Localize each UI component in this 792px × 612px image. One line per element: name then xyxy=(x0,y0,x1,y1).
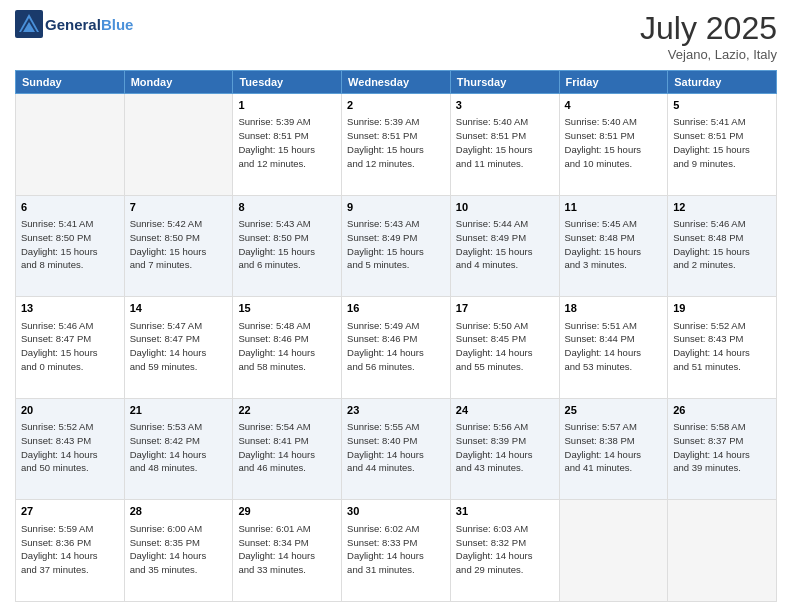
cell-date: 16 xyxy=(347,301,445,316)
cell-content: Sunrise: 5:49 AM Sunset: 8:46 PM Dayligh… xyxy=(347,319,445,374)
table-row: 3Sunrise: 5:40 AM Sunset: 8:51 PM Daylig… xyxy=(450,94,559,196)
cell-content: Sunrise: 5:41 AM Sunset: 8:51 PM Dayligh… xyxy=(673,115,771,170)
cell-date: 13 xyxy=(21,301,119,316)
cell-date: 25 xyxy=(565,403,663,418)
cell-content: Sunrise: 5:40 AM Sunset: 8:51 PM Dayligh… xyxy=(456,115,554,170)
table-row: 20Sunrise: 5:52 AM Sunset: 8:43 PM Dayli… xyxy=(16,398,125,500)
table-row: 30Sunrise: 6:02 AM Sunset: 8:33 PM Dayli… xyxy=(342,500,451,602)
table-row: 5Sunrise: 5:41 AM Sunset: 8:51 PM Daylig… xyxy=(668,94,777,196)
cell-date: 10 xyxy=(456,200,554,215)
calendar-row-4: 20Sunrise: 5:52 AM Sunset: 8:43 PM Dayli… xyxy=(16,398,777,500)
cell-date: 31 xyxy=(456,504,554,519)
table-row: 21Sunrise: 5:53 AM Sunset: 8:42 PM Dayli… xyxy=(124,398,233,500)
cell-date: 26 xyxy=(673,403,771,418)
cell-content: Sunrise: 5:52 AM Sunset: 8:43 PM Dayligh… xyxy=(673,319,771,374)
cell-date: 29 xyxy=(238,504,336,519)
table-row: 6Sunrise: 5:41 AM Sunset: 8:50 PM Daylig… xyxy=(16,195,125,297)
cell-content: Sunrise: 5:53 AM Sunset: 8:42 PM Dayligh… xyxy=(130,420,228,475)
table-row xyxy=(668,500,777,602)
cell-date: 4 xyxy=(565,98,663,113)
table-row: 9Sunrise: 5:43 AM Sunset: 8:49 PM Daylig… xyxy=(342,195,451,297)
cell-date: 27 xyxy=(21,504,119,519)
table-row xyxy=(124,94,233,196)
title-block: July 2025 Vejano, Lazio, Italy xyxy=(640,10,777,62)
table-row: 19Sunrise: 5:52 AM Sunset: 8:43 PM Dayli… xyxy=(668,297,777,399)
cell-date: 11 xyxy=(565,200,663,215)
cell-content: Sunrise: 5:45 AM Sunset: 8:48 PM Dayligh… xyxy=(565,217,663,272)
cell-date: 28 xyxy=(130,504,228,519)
cell-date: 5 xyxy=(673,98,771,113)
table-row: 29Sunrise: 6:01 AM Sunset: 8:34 PM Dayli… xyxy=(233,500,342,602)
table-row: 15Sunrise: 5:48 AM Sunset: 8:46 PM Dayli… xyxy=(233,297,342,399)
cell-date: 19 xyxy=(673,301,771,316)
header-saturday: Saturday xyxy=(668,71,777,94)
table-row: 12Sunrise: 5:46 AM Sunset: 8:48 PM Dayli… xyxy=(668,195,777,297)
cell-date: 15 xyxy=(238,301,336,316)
cell-content: Sunrise: 5:43 AM Sunset: 8:50 PM Dayligh… xyxy=(238,217,336,272)
table-row: 4Sunrise: 5:40 AM Sunset: 8:51 PM Daylig… xyxy=(559,94,668,196)
cell-content: Sunrise: 5:57 AM Sunset: 8:38 PM Dayligh… xyxy=(565,420,663,475)
cell-date: 22 xyxy=(238,403,336,418)
cell-content: Sunrise: 5:43 AM Sunset: 8:49 PM Dayligh… xyxy=(347,217,445,272)
header: General Blue July 2025 Vejano, Lazio, It… xyxy=(15,10,777,62)
table-row xyxy=(16,94,125,196)
cell-date: 12 xyxy=(673,200,771,215)
cell-content: Sunrise: 5:42 AM Sunset: 8:50 PM Dayligh… xyxy=(130,217,228,272)
cell-date: 18 xyxy=(565,301,663,316)
cell-date: 6 xyxy=(21,200,119,215)
table-row: 24Sunrise: 5:56 AM Sunset: 8:39 PM Dayli… xyxy=(450,398,559,500)
month-title: July 2025 xyxy=(640,10,777,47)
calendar-row-3: 13Sunrise: 5:46 AM Sunset: 8:47 PM Dayli… xyxy=(16,297,777,399)
cell-content: Sunrise: 6:00 AM Sunset: 8:35 PM Dayligh… xyxy=(130,522,228,577)
weekday-header-row: Sunday Monday Tuesday Wednesday Thursday… xyxy=(16,71,777,94)
cell-date: 9 xyxy=(347,200,445,215)
cell-date: 20 xyxy=(21,403,119,418)
header-wednesday: Wednesday xyxy=(342,71,451,94)
cell-content: Sunrise: 6:03 AM Sunset: 8:32 PM Dayligh… xyxy=(456,522,554,577)
cell-content: Sunrise: 5:47 AM Sunset: 8:47 PM Dayligh… xyxy=(130,319,228,374)
cell-date: 3 xyxy=(456,98,554,113)
table-row: 16Sunrise: 5:49 AM Sunset: 8:46 PM Dayli… xyxy=(342,297,451,399)
cell-content: Sunrise: 5:46 AM Sunset: 8:48 PM Dayligh… xyxy=(673,217,771,272)
cell-date: 8 xyxy=(238,200,336,215)
table-row: 2Sunrise: 5:39 AM Sunset: 8:51 PM Daylig… xyxy=(342,94,451,196)
table-row: 8Sunrise: 5:43 AM Sunset: 8:50 PM Daylig… xyxy=(233,195,342,297)
table-row: 10Sunrise: 5:44 AM Sunset: 8:49 PM Dayli… xyxy=(450,195,559,297)
table-row: 22Sunrise: 5:54 AM Sunset: 8:41 PM Dayli… xyxy=(233,398,342,500)
logo-icon xyxy=(15,10,43,38)
cell-content: Sunrise: 5:39 AM Sunset: 8:51 PM Dayligh… xyxy=(238,115,336,170)
logo-line1: General xyxy=(45,16,101,33)
cell-content: Sunrise: 5:59 AM Sunset: 8:36 PM Dayligh… xyxy=(21,522,119,577)
cell-date: 23 xyxy=(347,403,445,418)
cell-date: 30 xyxy=(347,504,445,519)
cell-content: Sunrise: 5:56 AM Sunset: 8:39 PM Dayligh… xyxy=(456,420,554,475)
table-row: 27Sunrise: 5:59 AM Sunset: 8:36 PM Dayli… xyxy=(16,500,125,602)
cell-date: 7 xyxy=(130,200,228,215)
cell-content: Sunrise: 6:02 AM Sunset: 8:33 PM Dayligh… xyxy=(347,522,445,577)
table-row xyxy=(559,500,668,602)
calendar-row-5: 27Sunrise: 5:59 AM Sunset: 8:36 PM Dayli… xyxy=(16,500,777,602)
table-row: 31Sunrise: 6:03 AM Sunset: 8:32 PM Dayli… xyxy=(450,500,559,602)
cell-date: 1 xyxy=(238,98,336,113)
page: General Blue July 2025 Vejano, Lazio, It… xyxy=(0,0,792,612)
table-row: 7Sunrise: 5:42 AM Sunset: 8:50 PM Daylig… xyxy=(124,195,233,297)
header-sunday: Sunday xyxy=(16,71,125,94)
cell-content: Sunrise: 5:50 AM Sunset: 8:45 PM Dayligh… xyxy=(456,319,554,374)
cell-content: Sunrise: 5:41 AM Sunset: 8:50 PM Dayligh… xyxy=(21,217,119,272)
logo-line2: Blue xyxy=(101,16,134,33)
table-row: 17Sunrise: 5:50 AM Sunset: 8:45 PM Dayli… xyxy=(450,297,559,399)
cell-content: Sunrise: 5:54 AM Sunset: 8:41 PM Dayligh… xyxy=(238,420,336,475)
cell-date: 24 xyxy=(456,403,554,418)
cell-content: Sunrise: 5:51 AM Sunset: 8:44 PM Dayligh… xyxy=(565,319,663,374)
cell-content: Sunrise: 5:58 AM Sunset: 8:37 PM Dayligh… xyxy=(673,420,771,475)
calendar: Sunday Monday Tuesday Wednesday Thursday… xyxy=(15,70,777,602)
cell-content: Sunrise: 5:55 AM Sunset: 8:40 PM Dayligh… xyxy=(347,420,445,475)
header-tuesday: Tuesday xyxy=(233,71,342,94)
table-row: 13Sunrise: 5:46 AM Sunset: 8:47 PM Dayli… xyxy=(16,297,125,399)
cell-date: 21 xyxy=(130,403,228,418)
table-row: 25Sunrise: 5:57 AM Sunset: 8:38 PM Dayli… xyxy=(559,398,668,500)
cell-date: 2 xyxy=(347,98,445,113)
logo: General Blue xyxy=(15,10,133,38)
header-monday: Monday xyxy=(124,71,233,94)
header-friday: Friday xyxy=(559,71,668,94)
